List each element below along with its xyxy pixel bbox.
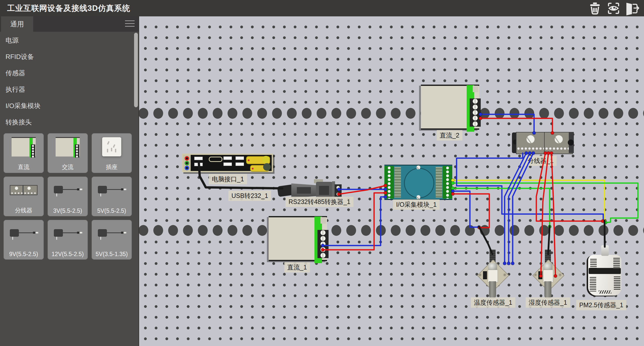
component-socket[interactable]: 插座 (92, 133, 132, 173)
wire-red-11[interactable] (453, 194, 489, 228)
pm25-cable-nub (601, 245, 609, 256)
io-screw-bottom (416, 195, 420, 199)
audio-jack-red[interactable] (185, 156, 189, 161)
ac-module-icon (56, 137, 80, 157)
sidebar-item-sensors[interactable]: 传感器 (0, 65, 131, 81)
sidebar-scrollbar-thumb[interactable] (134, 33, 138, 107)
wire-red-1[interactable] (480, 118, 552, 133)
wire-blue-10[interactable] (453, 191, 479, 227)
dc-terminal-block[interactable] (470, 98, 481, 127)
dc-module-icon (12, 137, 36, 157)
component-adapter-9v[interactable]: 9V(5.5-2.5) (4, 220, 44, 260)
device-splitter-1[interactable] (515, 132, 572, 153)
component-dc[interactable]: 直流 (4, 133, 44, 173)
reset-view-button[interactable] (606, 2, 621, 15)
wire-black-21[interactable] (605, 221, 605, 247)
probe-shaft (544, 281, 551, 298)
device-io-module-1[interactable] (384, 165, 452, 200)
device-label-dc-2: 直流_2 (437, 130, 462, 141)
io-terminal-strip-right[interactable] (443, 166, 452, 199)
component-splitter[interactable]: 分线器 (4, 177, 44, 216)
component-sidebar: 通用 电源RFID设备传感器执行器I/O采集模块转换接头 直流交流插座分线器3V… (0, 16, 139, 346)
device-pm25-sensor-1[interactable] (588, 255, 621, 296)
probe-side-block (538, 271, 542, 279)
io-terminal-strip-left[interactable] (384, 166, 394, 199)
splitter-icon (10, 185, 37, 195)
delete-button[interactable] (587, 2, 603, 15)
component-ac[interactable]: 交流 (48, 133, 88, 173)
probe-side-block (483, 271, 487, 279)
socket-icon (102, 137, 121, 156)
component-label: 9V(5.5-2.5) (4, 251, 44, 258)
device-label-usb232: USB转232_1 (228, 191, 271, 201)
db9-hood[interactable] (291, 183, 317, 198)
pc-io-shield (183, 155, 272, 171)
sidebar-item-actuators[interactable]: 执行器 (0, 81, 131, 98)
sidebar-item-io-modules[interactable]: I/O采集模块 (0, 98, 131, 114)
adapter-icon (96, 226, 128, 241)
component-grid: 直流交流插座分线器3V(5.5-2.5)5V(5.5-2.5)9V(5.5-2.… (4, 133, 132, 260)
lan-round-port (263, 163, 271, 171)
component-label: 5V(5.5-2.5) (92, 207, 132, 214)
usb-port[interactable] (223, 156, 232, 160)
wire-blue-13[interactable] (509, 153, 530, 263)
exit-button[interactable] (624, 2, 640, 15)
wire-connector-dot (548, 225, 551, 228)
sidebar-item-adapters[interactable]: 转换接头 (0, 114, 131, 130)
device-pc-port-1[interactable] (182, 154, 273, 172)
toolbar (587, 2, 640, 15)
device-temp-sensor-1[interactable] (477, 248, 508, 301)
wire-yellow-6[interactable] (453, 180, 605, 221)
component-label: 交流 (48, 163, 88, 171)
component-adapter-12v[interactable]: 12V(5.5-2.5) (48, 220, 88, 260)
adapter-icon (52, 183, 84, 197)
device-label-temp: 温度传感器_1 (471, 297, 515, 308)
audio-jack-green[interactable] (185, 161, 189, 165)
sidebar-item-power[interactable]: 电源 (0, 32, 131, 49)
title-bar: 工业互联网设备及接线3D仿真系统 (0, 0, 644, 16)
wire-blue-12[interactable] (505, 153, 526, 263)
device-dc-power-1[interactable] (269, 216, 327, 261)
sidebar-item-rfid-devices[interactable]: RFID设备 (0, 49, 131, 65)
usb-port[interactable] (235, 162, 244, 166)
usb-port[interactable] (194, 163, 203, 166)
wire-blue-14[interactable] (513, 153, 533, 263)
dc-terminal-block[interactable] (317, 230, 329, 258)
pm25-vent (590, 259, 597, 268)
menu-icon[interactable] (125, 20, 135, 28)
io-screw-top (416, 165, 420, 169)
splitter-block-left[interactable] (516, 132, 545, 154)
component-label: 直流 (4, 163, 44, 171)
adapter-icon (8, 226, 39, 241)
device-dc-power-2[interactable] (421, 85, 479, 130)
component-label: 12V(5.5-2.5) (48, 251, 88, 258)
component-label: 5V(3.5-1.35) (92, 251, 132, 258)
wire-connector-dot (478, 226, 481, 229)
wire-green-7[interactable] (453, 183, 638, 223)
category-menu: 电源RFID设备传感器执行器I/O采集模块转换接头 (0, 32, 131, 130)
mount-hole (558, 273, 562, 276)
rs485-terminal-block[interactable] (335, 184, 342, 197)
wire-connector-dot (601, 220, 605, 223)
usb-port[interactable] (194, 157, 203, 160)
ps2-slot (209, 157, 222, 162)
device-humidity-sensor-1[interactable] (533, 248, 563, 301)
component-adapter-5v[interactable]: 5V(5.5-2.5) (92, 177, 132, 216)
probe-shaft (489, 281, 496, 298)
mount-hole (478, 273, 482, 276)
component-adapter-5v-small[interactable]: 5V(3.5-1.35) (92, 220, 132, 260)
ps2-round-port (262, 156, 270, 163)
wire-red-5[interactable] (339, 186, 385, 194)
wire-blue-0[interactable] (480, 114, 534, 133)
tab-general[interactable]: 通用 (1, 16, 33, 32)
component-adapter-3v[interactable]: 3V(5.5-2.5) (48, 177, 88, 216)
wire-green-9[interactable] (453, 188, 550, 227)
device-label-splitter: 分线器_1 (525, 156, 557, 166)
mount-hole (503, 273, 506, 276)
usb-port[interactable] (235, 156, 244, 160)
probe-body (543, 270, 553, 282)
device-label-io: I/O采集模块_1 (393, 199, 439, 210)
usb-port[interactable] (223, 162, 232, 166)
audio-jack-blue[interactable] (185, 166, 189, 170)
trash-icon (588, 1, 602, 15)
